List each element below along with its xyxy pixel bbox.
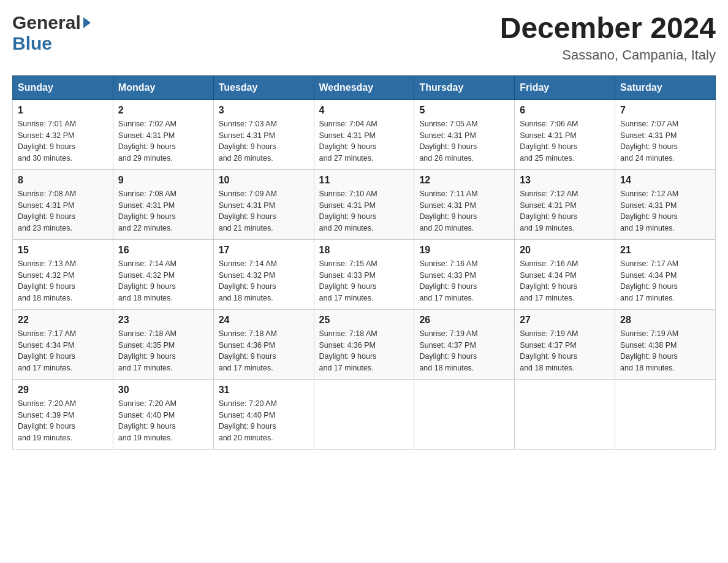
day-info: Sunrise: 7:12 AMSunset: 4:31 PMDaylight:… bbox=[620, 188, 710, 234]
calendar-cell bbox=[615, 379, 716, 449]
day-number: 20 bbox=[520, 245, 610, 256]
calendar-cell: 22Sunrise: 7:17 AMSunset: 4:34 PMDayligh… bbox=[13, 309, 113, 379]
day-info: Sunrise: 7:13 AMSunset: 4:32 PMDaylight:… bbox=[18, 258, 108, 304]
day-number: 24 bbox=[219, 315, 309, 326]
day-info: Sunrise: 7:18 AMSunset: 4:36 PMDaylight:… bbox=[219, 328, 309, 374]
day-number: 6 bbox=[520, 105, 610, 116]
calendar-cell: 9Sunrise: 7:08 AMSunset: 4:31 PMDaylight… bbox=[113, 169, 213, 239]
weekday-header-tuesday: Tuesday bbox=[213, 75, 314, 99]
calendar-cell: 16Sunrise: 7:14 AMSunset: 4:32 PMDayligh… bbox=[113, 239, 213, 309]
day-number: 18 bbox=[319, 245, 409, 256]
calendar-cell: 17Sunrise: 7:14 AMSunset: 4:32 PMDayligh… bbox=[213, 239, 314, 309]
day-number: 27 bbox=[520, 315, 610, 326]
week-row-1: 1Sunrise: 7:01 AMSunset: 4:32 PMDaylight… bbox=[13, 99, 716, 169]
day-number: 7 bbox=[620, 105, 710, 116]
calendar-cell: 21Sunrise: 7:17 AMSunset: 4:34 PMDayligh… bbox=[615, 239, 716, 309]
calendar-cell: 24Sunrise: 7:18 AMSunset: 4:36 PMDayligh… bbox=[213, 309, 314, 379]
day-info: Sunrise: 7:14 AMSunset: 4:32 PMDaylight:… bbox=[118, 258, 208, 304]
calendar-cell: 28Sunrise: 7:19 AMSunset: 4:38 PMDayligh… bbox=[615, 309, 716, 379]
calendar-cell: 6Sunrise: 7:06 AMSunset: 4:31 PMDaylight… bbox=[515, 99, 615, 169]
logo-general-text: General bbox=[12, 12, 81, 33]
calendar-cell: 18Sunrise: 7:15 AMSunset: 4:33 PMDayligh… bbox=[314, 239, 414, 309]
day-number: 8 bbox=[18, 175, 108, 186]
day-info: Sunrise: 7:04 AMSunset: 4:31 PMDaylight:… bbox=[319, 118, 409, 164]
calendar-cell: 10Sunrise: 7:09 AMSunset: 4:31 PMDayligh… bbox=[213, 169, 314, 239]
day-info: Sunrise: 7:03 AMSunset: 4:31 PMDaylight:… bbox=[219, 118, 309, 164]
day-info: Sunrise: 7:02 AMSunset: 4:31 PMDaylight:… bbox=[118, 118, 208, 164]
day-info: Sunrise: 7:19 AMSunset: 4:37 PMDaylight:… bbox=[419, 328, 509, 374]
day-info: Sunrise: 7:20 AMSunset: 4:40 PMDaylight:… bbox=[219, 398, 309, 444]
day-info: Sunrise: 7:10 AMSunset: 4:31 PMDaylight:… bbox=[319, 188, 409, 234]
day-info: Sunrise: 7:18 AMSunset: 4:35 PMDaylight:… bbox=[118, 328, 208, 374]
calendar-cell: 23Sunrise: 7:18 AMSunset: 4:35 PMDayligh… bbox=[113, 309, 213, 379]
calendar-cell: 13Sunrise: 7:12 AMSunset: 4:31 PMDayligh… bbox=[515, 169, 615, 239]
logo: General Blue bbox=[12, 12, 91, 54]
day-number: 19 bbox=[419, 245, 509, 256]
day-info: Sunrise: 7:11 AMSunset: 4:31 PMDaylight:… bbox=[419, 188, 509, 234]
calendar-table: SundayMondayTuesdayWednesdayThursdayFrid… bbox=[12, 75, 716, 450]
weekday-header-saturday: Saturday bbox=[615, 75, 716, 99]
weekday-header-monday: Monday bbox=[113, 75, 213, 99]
calendar-cell: 1Sunrise: 7:01 AMSunset: 4:32 PMDaylight… bbox=[13, 99, 113, 169]
calendar-cell: 15Sunrise: 7:13 AMSunset: 4:32 PMDayligh… bbox=[13, 239, 113, 309]
calendar-cell: 2Sunrise: 7:02 AMSunset: 4:31 PMDaylight… bbox=[113, 99, 213, 169]
calendar-cell: 27Sunrise: 7:19 AMSunset: 4:37 PMDayligh… bbox=[515, 309, 615, 379]
day-info: Sunrise: 7:14 AMSunset: 4:32 PMDaylight:… bbox=[219, 258, 309, 304]
weekday-header-sunday: Sunday bbox=[13, 75, 113, 99]
logo-blue-row: Blue bbox=[12, 33, 91, 54]
day-info: Sunrise: 7:08 AMSunset: 4:31 PMDaylight:… bbox=[118, 188, 208, 234]
calendar-cell bbox=[414, 379, 515, 449]
day-number: 4 bbox=[319, 105, 409, 116]
day-info: Sunrise: 7:18 AMSunset: 4:36 PMDaylight:… bbox=[319, 328, 409, 374]
calendar-cell: 20Sunrise: 7:16 AMSunset: 4:34 PMDayligh… bbox=[515, 239, 615, 309]
day-info: Sunrise: 7:16 AMSunset: 4:34 PMDaylight:… bbox=[520, 258, 610, 304]
day-number: 12 bbox=[419, 175, 509, 186]
day-number: 2 bbox=[118, 105, 208, 116]
calendar-cell: 19Sunrise: 7:16 AMSunset: 4:33 PMDayligh… bbox=[414, 239, 515, 309]
day-number: 31 bbox=[219, 385, 309, 396]
calendar-cell: 26Sunrise: 7:19 AMSunset: 4:37 PMDayligh… bbox=[414, 309, 515, 379]
day-number: 17 bbox=[219, 245, 309, 256]
calendar-cell: 4Sunrise: 7:04 AMSunset: 4:31 PMDaylight… bbox=[314, 99, 414, 169]
calendar-cell: 30Sunrise: 7:20 AMSunset: 4:40 PMDayligh… bbox=[113, 379, 213, 449]
day-info: Sunrise: 7:19 AMSunset: 4:37 PMDaylight:… bbox=[520, 328, 610, 374]
day-info: Sunrise: 7:17 AMSunset: 4:34 PMDaylight:… bbox=[18, 328, 108, 374]
weekday-header-wednesday: Wednesday bbox=[314, 75, 414, 99]
calendar-cell: 29Sunrise: 7:20 AMSunset: 4:39 PMDayligh… bbox=[13, 379, 113, 449]
day-info: Sunrise: 7:17 AMSunset: 4:34 PMDaylight:… bbox=[620, 258, 710, 304]
day-info: Sunrise: 7:15 AMSunset: 4:33 PMDaylight:… bbox=[319, 258, 409, 304]
day-number: 21 bbox=[620, 245, 710, 256]
day-number: 30 bbox=[118, 385, 208, 396]
day-number: 5 bbox=[419, 105, 509, 116]
week-row-5: 29Sunrise: 7:20 AMSunset: 4:39 PMDayligh… bbox=[13, 379, 716, 449]
day-info: Sunrise: 7:05 AMSunset: 4:31 PMDaylight:… bbox=[419, 118, 509, 164]
week-row-3: 15Sunrise: 7:13 AMSunset: 4:32 PMDayligh… bbox=[13, 239, 716, 309]
weekday-header-friday: Friday bbox=[515, 75, 615, 99]
day-number: 23 bbox=[118, 315, 208, 326]
week-row-2: 8Sunrise: 7:08 AMSunset: 4:31 PMDaylight… bbox=[13, 169, 716, 239]
day-info: Sunrise: 7:20 AMSunset: 4:39 PMDaylight:… bbox=[18, 398, 108, 444]
day-number: 28 bbox=[620, 315, 710, 326]
logo-arrow-icon bbox=[83, 17, 91, 28]
day-info: Sunrise: 7:09 AMSunset: 4:31 PMDaylight:… bbox=[219, 188, 309, 234]
day-number: 13 bbox=[520, 175, 610, 186]
day-info: Sunrise: 7:08 AMSunset: 4:31 PMDaylight:… bbox=[18, 188, 108, 234]
calendar-cell: 11Sunrise: 7:10 AMSunset: 4:31 PMDayligh… bbox=[314, 169, 414, 239]
day-info: Sunrise: 7:12 AMSunset: 4:31 PMDaylight:… bbox=[520, 188, 610, 234]
calendar-title: December 2024 bbox=[500, 12, 716, 45]
day-number: 9 bbox=[118, 175, 208, 186]
calendar-cell: 7Sunrise: 7:07 AMSunset: 4:31 PMDaylight… bbox=[615, 99, 716, 169]
weekday-header-thursday: Thursday bbox=[414, 75, 515, 99]
calendar-cell: 3Sunrise: 7:03 AMSunset: 4:31 PMDaylight… bbox=[213, 99, 314, 169]
day-number: 11 bbox=[319, 175, 409, 186]
day-number: 25 bbox=[319, 315, 409, 326]
calendar-cell: 25Sunrise: 7:18 AMSunset: 4:36 PMDayligh… bbox=[314, 309, 414, 379]
calendar-body: 1Sunrise: 7:01 AMSunset: 4:32 PMDaylight… bbox=[13, 99, 716, 449]
logo-blue-text: Blue bbox=[12, 33, 52, 53]
calendar-cell: 5Sunrise: 7:05 AMSunset: 4:31 PMDaylight… bbox=[414, 99, 515, 169]
day-number: 15 bbox=[18, 245, 108, 256]
day-info: Sunrise: 7:20 AMSunset: 4:40 PMDaylight:… bbox=[118, 398, 208, 444]
day-number: 22 bbox=[18, 315, 108, 326]
day-number: 1 bbox=[18, 105, 108, 116]
title-area: December 2024 Sassano, Campania, Italy bbox=[500, 12, 716, 63]
